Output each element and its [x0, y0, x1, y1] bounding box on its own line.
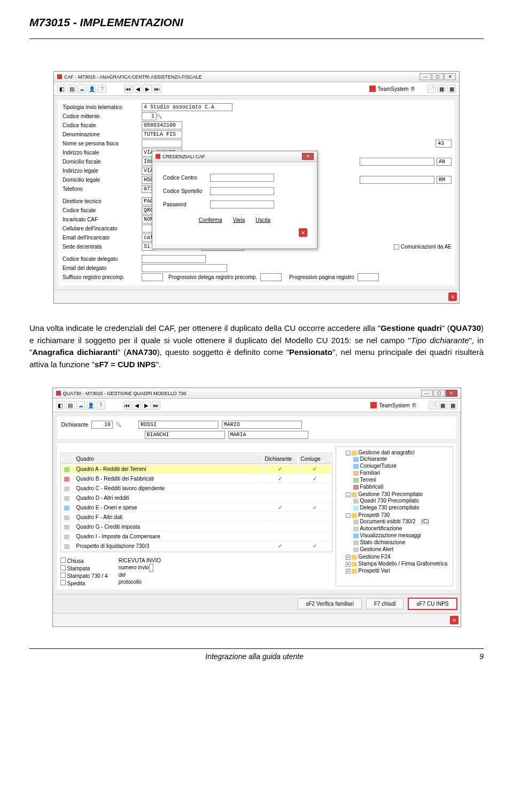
- nav-prev-icon[interactable]: ◀: [134, 84, 142, 93]
- input[interactable]: [260, 273, 282, 281]
- input[interactable]: 1: [142, 112, 157, 120]
- tool-icon[interactable]: ▦: [437, 84, 446, 93]
- tool-icon[interactable]: ◧: [56, 401, 65, 409]
- close-icon[interactable]: ✕: [299, 228, 307, 237]
- input[interactable]: [142, 264, 227, 272]
- nav-prev-icon[interactable]: ◀: [133, 401, 141, 409]
- varia-button[interactable]: Varia: [233, 217, 245, 223]
- tool-icon[interactable]: ☁: [77, 84, 86, 93]
- tool-icon[interactable]: 📄: [429, 401, 437, 409]
- table-row[interactable]: Quadro B - Redditi dei Fabbricati ✓ ✓: [62, 475, 331, 483]
- tool-icon[interactable]: ▦: [447, 84, 456, 93]
- input[interactable]: [142, 273, 163, 281]
- tree-item[interactable]: Familiari: [360, 470, 380, 476]
- lookup-icon[interactable]: 🔍: [116, 421, 121, 428]
- input-name[interactable]: MARIO: [222, 421, 302, 429]
- conferma-button[interactable]: Conferma: [199, 217, 222, 223]
- tree-toggle[interactable]: -: [346, 451, 351, 455]
- input[interactable]: TUTELA FIS: [142, 130, 182, 138]
- nav-first-icon[interactable]: ⏮: [124, 84, 133, 93]
- maximize-button[interactable]: ▢: [433, 390, 445, 397]
- nav-next-icon[interactable]: ▶: [143, 84, 152, 93]
- close-icon[interactable]: ✕: [450, 616, 458, 624]
- table-row[interactable]: Quadro I - Imposte da Compensare: [62, 532, 331, 541]
- tree-item[interactable]: Stampa Modello / Firma Grafometrica: [359, 561, 448, 567]
- btn-chiudi[interactable]: F7 chiudi: [366, 598, 404, 609]
- btn-cu-inps[interactable]: sF7 CU INPS: [408, 598, 457, 610]
- help-icon[interactable]: ?: [97, 401, 105, 409]
- tree-item[interactable]: Fabbricati: [360, 484, 384, 490]
- table-row[interactable]: Quadro D - Altri redditi: [62, 494, 331, 502]
- maximize-button[interactable]: ▢: [432, 73, 444, 80]
- tree-item[interactable]: Gestione dati anagrafici: [359, 450, 415, 455]
- tree-item[interactable]: Prospetti Vari: [359, 568, 390, 574]
- input[interactable]: 0586342100: [142, 121, 182, 129]
- tree-item[interactable]: Coniuge/Tutore: [360, 463, 397, 469]
- nav-last-icon[interactable]: ⏭: [153, 84, 161, 93]
- tree-toggle[interactable]: +: [346, 555, 351, 560]
- tree-item[interactable]: Gestione 730 Precompilato: [359, 491, 423, 497]
- input[interactable]: [360, 176, 434, 184]
- close-button[interactable]: ✕: [302, 153, 314, 160]
- tool-icon[interactable]: 👤: [87, 401, 95, 409]
- table-row[interactable]: Prospetto di liquidazione 730/3 ✓ ✓: [62, 542, 331, 551]
- input-name[interactable]: MARIA: [228, 431, 308, 439]
- tree-item[interactable]: Terreni: [360, 477, 377, 483]
- tool-icon[interactable]: ▦: [449, 401, 457, 409]
- lookup-icon[interactable]: 🔍: [157, 113, 162, 120]
- tree-item[interactable]: Gestione F24: [359, 554, 391, 560]
- tree-item[interactable]: Dichiarante: [360, 456, 387, 462]
- tree-toggle[interactable]: -: [346, 513, 351, 518]
- input[interactable]: [142, 255, 206, 263]
- tool-icon[interactable]: 👤: [88, 84, 96, 93]
- help-icon[interactable]: ?: [98, 84, 106, 93]
- tree-item[interactable]: Stato dichiarazione: [360, 539, 406, 545]
- checkbox[interactable]: [60, 580, 66, 585]
- close-icon[interactable]: ✕: [448, 292, 457, 301]
- minimize-button[interactable]: —: [419, 73, 431, 80]
- tree-item[interactable]: Prospetti 730: [359, 512, 390, 518]
- table-row[interactable]: Quadro C - Redditi lavoro dipendente: [62, 484, 331, 493]
- tree-item[interactable]: Autocertificazione: [360, 525, 402, 531]
- btn-verifica[interactable]: sF2 Verifica familiari: [298, 598, 361, 609]
- uscita-button[interactable]: Uscita: [255, 217, 270, 223]
- tree-toggle[interactable]: +: [346, 569, 351, 574]
- table-row[interactable]: Quadro E - Oneri e spese ✓ ✓: [62, 504, 331, 512]
- input-dich-code[interactable]: 10: [91, 421, 113, 429]
- close-button[interactable]: ✕: [444, 73, 456, 80]
- tool-icon[interactable]: 📄: [427, 84, 436, 93]
- input[interactable]: RM: [437, 176, 452, 184]
- tree-item[interactable]: Documenti esibiti 730/2: [360, 519, 416, 524]
- nav-first-icon[interactable]: ⏮: [123, 401, 131, 409]
- input-surname[interactable]: BIANCHI: [145, 431, 225, 439]
- input-surname[interactable]: ROSSI: [138, 421, 219, 429]
- tool-icon[interactable]: ▦: [439, 401, 447, 409]
- checkbox[interactable]: [60, 558, 66, 563]
- input-password[interactable]: [210, 200, 274, 208]
- close-button[interactable]: ✕: [446, 390, 457, 397]
- tool-icon[interactable]: ▤: [66, 401, 75, 409]
- tree-toggle[interactable]: -: [346, 492, 351, 497]
- tool-icon[interactable]: ▤: [67, 84, 76, 93]
- input[interactable]: [149, 564, 153, 572]
- tipologia-input[interactable]: 4 Studio associato C.A: [142, 103, 232, 111]
- input[interactable]: [357, 273, 379, 281]
- tree-item[interactable]: Visualizzazione messaggi: [360, 532, 421, 538]
- table-row[interactable]: Quadro F - Altri dati: [62, 513, 331, 522]
- input[interactable]: [360, 158, 434, 166]
- table-row[interactable]: Quadro G - Crediti imposta: [62, 523, 331, 531]
- nav-last-icon[interactable]: ⏭: [152, 401, 160, 409]
- checkbox[interactable]: [60, 573, 66, 578]
- minimize-button[interactable]: —: [421, 390, 433, 397]
- tree-item[interactable]: Quadri 730 Precompilato: [360, 498, 419, 504]
- checkbox[interactable]: [60, 565, 66, 570]
- tree-item[interactable]: Gestione Alert: [360, 546, 394, 552]
- checkbox[interactable]: [394, 244, 399, 250]
- input-codice-sportello[interactable]: [210, 187, 274, 195]
- tool-icon[interactable]: ◧: [57, 84, 66, 93]
- tool-icon[interactable]: ☁: [76, 401, 85, 409]
- input[interactable]: [142, 140, 182, 148]
- table-row[interactable]: Quadro A - Redditi dei Terreni ✓ ✓: [62, 465, 331, 474]
- input[interactable]: AN: [437, 158, 452, 166]
- tree-toggle[interactable]: +: [346, 562, 351, 567]
